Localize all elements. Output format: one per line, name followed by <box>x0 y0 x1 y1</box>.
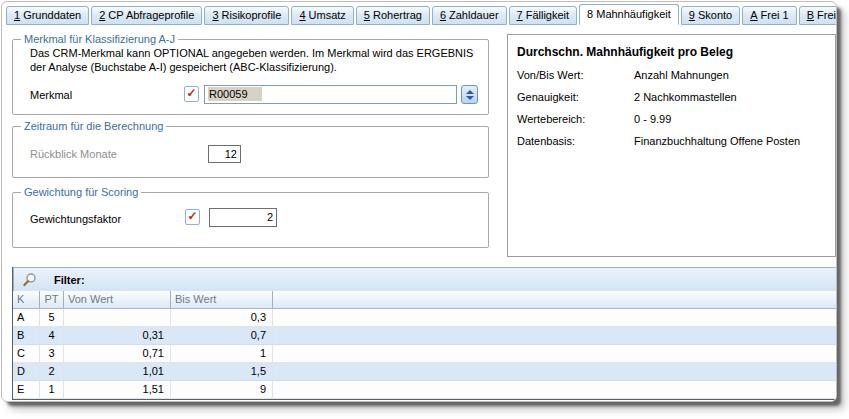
column-header-filler <box>273 291 837 308</box>
info-row: Wertebereich:0 - 9.99 <box>517 113 671 125</box>
gewichtungsfaktor-label: Gewichtungsfaktor <box>30 213 121 225</box>
tab-label: Skonto <box>698 9 732 21</box>
rueckblick-monate-label: Rückblick Monate <box>30 148 117 160</box>
cell-pt: 4 <box>40 327 64 344</box>
tab-rohertrag[interactable]: 5Rohertrag <box>356 6 430 25</box>
tab-hotkey: 1 <box>14 9 20 21</box>
cell-pt: 5 <box>40 309 64 326</box>
red-check-icon: ✓ <box>187 210 197 222</box>
tab-hotkey: 9 <box>689 9 695 21</box>
tab-risikoprofile[interactable]: 3Risikoprofile <box>204 6 289 25</box>
spinner-up-icon <box>466 90 474 94</box>
tab-hotkey: 4 <box>299 9 305 21</box>
merkmal-checkbox[interactable]: ✓ <box>184 86 199 102</box>
tab-label: Grunddaten <box>23 9 81 21</box>
cell-filler <box>273 345 837 362</box>
tab-grunddaten[interactable]: 1Grunddaten <box>6 6 89 25</box>
merkmal-label: Merkmal <box>30 89 72 101</box>
merkmal-input-value: R00059 <box>208 87 262 101</box>
tab-label: CP Abfrageprofile <box>108 9 194 21</box>
tab-hotkey: 7 <box>517 9 523 21</box>
groupbox-title: Gewichtung für Scoring <box>21 186 141 199</box>
tab-hotkey: B <box>807 9 814 21</box>
cell-filler <box>273 327 837 344</box>
table-row[interactable]: D 2 1,01 1,5 <box>13 363 837 381</box>
cell-filler <box>273 381 837 398</box>
rueckblick-monate-input[interactable]: 12 <box>208 145 241 163</box>
tab-label: Umsatz <box>309 9 346 21</box>
tab-faelligkeit[interactable]: 7Fälligkeit <box>509 6 578 25</box>
info-row: Von/Bis Wert:Anzahl Mahnungen <box>517 69 729 81</box>
tab-umsatz[interactable]: 4Umsatz <box>291 6 353 25</box>
cell-von-wert: 0,71 <box>64 345 171 362</box>
column-header-k[interactable]: K <box>13 291 40 308</box>
info-row: Genauigkeit:2 Nachkommastellen <box>517 91 737 103</box>
tab-hotkey: 2 <box>99 9 105 21</box>
tab-hotkey: 5 <box>364 9 370 21</box>
column-header-von-wert[interactable]: Von Wert <box>64 291 171 308</box>
cell-von-wert: 1,51 <box>64 381 171 398</box>
column-header-bis-wert[interactable]: Bis Wert <box>171 291 273 308</box>
tab-hotkey: 3 <box>212 9 218 21</box>
table-row[interactable]: E 1 1,51 9 <box>13 381 837 399</box>
merkmal-spinner[interactable] <box>461 85 478 104</box>
info-value: Anzahl Mahnungen <box>634 69 729 81</box>
gewichtungsfaktor-checkbox[interactable]: ✓ <box>185 209 200 225</box>
groupbox-title: Zeitraum für die Berechnung <box>21 120 166 133</box>
info-panel-title: Durchschn. Mahnhäufigkeit pro Beleg <box>517 45 733 59</box>
tab-hotkey: 6 <box>440 9 446 21</box>
magnifier-icon[interactable] <box>22 272 38 288</box>
tab-mahnhaeufigkeit[interactable]: 8Mahnhäufigkeit <box>579 4 679 25</box>
cell-bis-wert: 1,5 <box>171 363 273 380</box>
info-value: Finanzbuchhaltung Offene Posten <box>634 135 800 147</box>
gewichtungsfaktor-input[interactable]: 2 <box>209 208 277 227</box>
table-row[interactable]: B 4 0,31 0,7 <box>13 327 837 345</box>
info-value: 0 - 9.99 <box>634 113 671 125</box>
tab-frei-2[interactable]: BFrei 2 <box>799 6 837 25</box>
info-panel: Durchschn. Mahnhäufigkeit pro Beleg Von/… <box>507 34 836 257</box>
tab-label: Frei 2 <box>817 9 837 21</box>
spinner-down-icon <box>466 96 474 100</box>
tab-hotkey: 8 <box>587 8 593 20</box>
column-header-pt[interactable]: PT <box>40 291 64 308</box>
cell-filler <box>273 363 837 380</box>
groupbox-merkmal: Merkmal für Klassifizierung A-J Das CRM-… <box>12 39 489 115</box>
cell-von-wert: 0,31 <box>64 327 171 344</box>
info-label: Genauigkeit: <box>517 91 634 103</box>
merkmal-input[interactable]: R00059 <box>204 85 457 104</box>
cell-bis-wert: 9 <box>171 381 273 398</box>
tab-hotkey: A <box>750 9 757 21</box>
table-row[interactable]: A 5 0,3 <box>13 309 837 327</box>
cell-pt: 2 <box>40 363 64 380</box>
tab-skonto[interactable]: 9Skonto <box>681 6 740 25</box>
cell-von-wert: 1,01 <box>64 363 171 380</box>
cell-filler <box>273 309 837 326</box>
tab-zahldauer[interactable]: 6Zahldauer <box>432 6 507 25</box>
info-label: Von/Bis Wert: <box>517 69 634 81</box>
screenshot-canvas: 1Grunddaten 2CP Abfrageprofile 3Risikopr… <box>0 0 849 419</box>
cell-pt: 1 <box>40 381 64 398</box>
cell-k: C <box>13 345 40 362</box>
filter-bar: Filter: <box>13 267 837 292</box>
info-label: Datenbasis: <box>517 135 634 147</box>
cell-pt: 3 <box>40 345 64 362</box>
settings-window: 1Grunddaten 2CP Abfrageprofile 3Risikopr… <box>1 1 837 402</box>
tab-bar: 1Grunddaten 2CP Abfrageprofile 3Risikopr… <box>6 4 836 25</box>
tab-label: Mahnhäufigkeit <box>596 8 671 20</box>
cell-k: B <box>13 327 40 344</box>
tab-frei-1[interactable]: AFrei 1 <box>742 6 796 25</box>
tab-label: Zahldauer <box>449 9 499 21</box>
tab-label: Frei 1 <box>761 9 789 21</box>
table-header: K PT Von Wert Bis Wert <box>13 291 837 309</box>
cell-bis-wert: 1 <box>171 345 273 362</box>
merkmal-description: Das CRM-Merkmal kann OPTIONAL angegeben … <box>30 46 474 74</box>
tab-label: Fälligkeit <box>526 9 569 21</box>
tab-label: Risikoprofile <box>222 9 282 21</box>
info-value: 2 Nachkommastellen <box>634 91 737 103</box>
cell-bis-wert: 0,7 <box>171 327 273 344</box>
tab-label: Rohertrag <box>373 9 422 21</box>
tab-cp-abfrageprofile[interactable]: 2CP Abfrageprofile <box>91 6 202 25</box>
cell-k: A <box>13 309 40 326</box>
table-row[interactable]: C 3 0,71 1 <box>13 345 837 363</box>
cell-k: E <box>13 381 40 398</box>
